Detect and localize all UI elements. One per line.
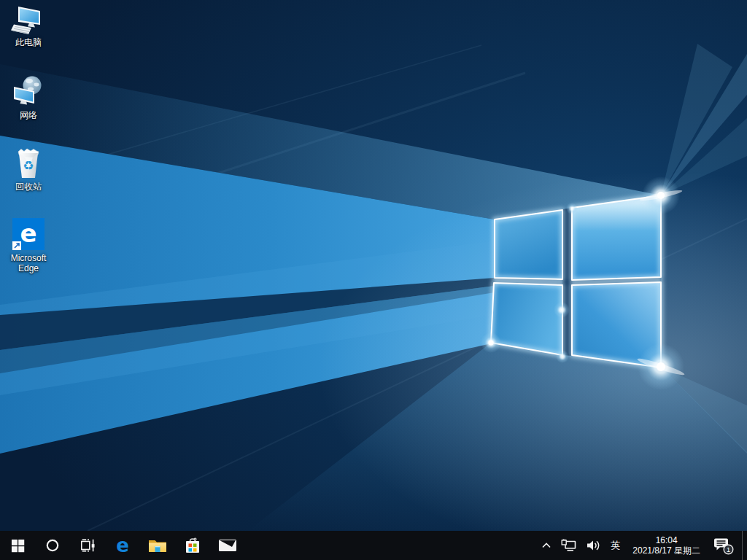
this-pc-icon xyxy=(11,4,46,35)
task-view-button[interactable] xyxy=(70,531,105,560)
ethernet-network-icon xyxy=(561,539,578,553)
desktop-icon-this-pc[interactable]: 此电脑 xyxy=(1,4,56,47)
wallpaper xyxy=(0,0,747,531)
taskbar-file-explorer-button[interactable] xyxy=(140,531,175,560)
taskbar-mail-button[interactable] xyxy=(210,531,245,560)
microsoft-edge-shortcut-icon: e xyxy=(12,217,45,251)
task-view-icon xyxy=(80,537,96,553)
desktop: 此电脑 网络 xyxy=(0,0,747,531)
tray-show-hidden-icons[interactable] xyxy=(536,531,557,560)
system-tray: 英 16:04 2021/8/17 星期二 1 xyxy=(536,531,747,560)
microsoft-store-icon xyxy=(184,536,201,555)
clock-date: 2021/8/17 星期二 xyxy=(632,545,700,556)
windows-start-icon xyxy=(11,539,25,553)
show-desktop-button[interactable] xyxy=(742,531,747,560)
svg-text:e: e xyxy=(20,219,36,248)
desktop-icon-label: Microsoft Edge xyxy=(2,253,55,273)
desktop-icon-network[interactable]: 网络 xyxy=(1,74,56,120)
tray-clock[interactable]: 16:04 2021/8/17 星期二 xyxy=(626,531,707,560)
desktop-icon-label: 回收站 xyxy=(15,182,42,192)
recycle-bin-icon: ♻ xyxy=(14,147,43,179)
speaker-volume-icon xyxy=(586,539,601,552)
start-button[interactable] xyxy=(0,531,35,560)
search-circle-icon xyxy=(45,538,60,553)
svg-text:e: e xyxy=(116,536,129,555)
search-button[interactable] xyxy=(35,531,70,560)
taskbar: e xyxy=(0,531,747,560)
notification-badge-count: 1 xyxy=(727,545,730,553)
tray-language-indicator[interactable]: 英 xyxy=(605,531,626,560)
desktop-icon-microsoft-edge[interactable]: e Microsoft Edge xyxy=(1,217,56,273)
tray-network[interactable] xyxy=(557,531,582,560)
network-icon xyxy=(11,74,46,108)
file-explorer-icon xyxy=(148,537,167,553)
taskbar-microsoft-edge-button[interactable]: e xyxy=(105,531,140,560)
mail-icon xyxy=(218,538,237,553)
action-center-button[interactable]: 1 xyxy=(707,531,742,560)
clock-time: 16:04 xyxy=(656,535,678,545)
notification-icon: 1 xyxy=(713,536,735,556)
tray-volume[interactable] xyxy=(582,531,605,560)
taskbar-microsoft-store-button[interactable] xyxy=(175,531,210,560)
language-label: 英 xyxy=(611,539,620,552)
desktop-icon-recycle-bin[interactable]: ♻ 回收站 xyxy=(1,147,56,192)
chevron-up-icon xyxy=(541,540,552,551)
desktop-icon-label: 此电脑 xyxy=(15,37,42,47)
microsoft-edge-icon: e xyxy=(113,536,132,555)
desktop-icon-label: 网络 xyxy=(20,110,37,120)
svg-text:♻: ♻ xyxy=(23,158,34,173)
